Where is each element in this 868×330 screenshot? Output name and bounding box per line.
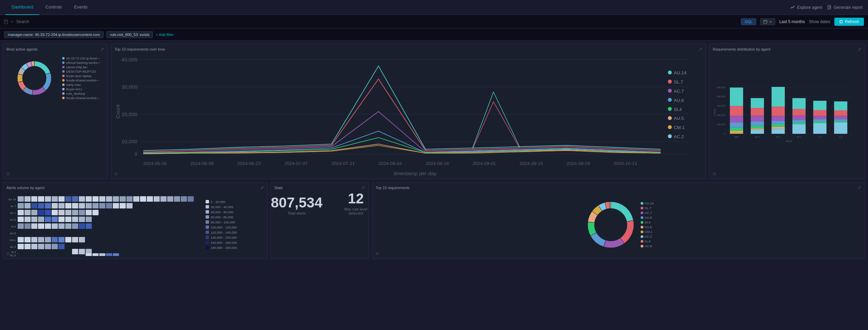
tab-dashboard[interactable]: Dashboard [5,0,39,15]
expand-icon-top10-time[interactable]: ⤢ [699,47,702,52]
svg-rect-101 [834,123,847,134]
bar-chart-container: 500,000 400,000 300,000 200,000 100,000 … [709,53,865,178]
requirements-dist-panel: Requirements distribution by agent ⤢ 500… [709,43,865,179]
svg-rect-122 [31,196,37,202]
show-dates-button[interactable]: Show dates [809,19,830,24]
svg-rect-211 [45,244,51,249]
svg-text:1 0: 1 0 [73,256,77,257]
svg-text:2024-07-07: 2024-07-07 [284,161,308,166]
svg-rect-63 [730,88,743,106]
dashboard: Most active agents ⤢ 45-33-72-204.ip.lin… [0,41,868,330]
document-icon [4,19,9,24]
total-alerts-label: Total alerts [271,211,323,215]
bar-chart-svg: 500,000 400,000 300,000 200,000 100,000 … [713,53,862,177]
tab-controls[interactable]: Controls [39,0,68,15]
svg-rect-183 [72,217,78,222]
pie-legend-2: AC.7 [641,211,654,215]
panel-bottom-icon-pie: ⊞ [376,251,379,256]
svg-rect-127 [65,196,71,202]
svg-rect-218 [92,253,99,256]
heatmap-legend-3: 60,000 - 80,000 [206,215,237,219]
svg-rect-157 [92,203,99,208]
svg-rect-137 [133,196,139,202]
svg-rect-203 [58,237,65,242]
max-rule-level-number: 12 [343,191,369,206]
svg-text:AC.2: AC.2 [674,134,684,139]
svg-point-39 [668,89,672,93]
expand-icon-agents[interactable]: ⤢ [101,47,104,52]
add-filter-button[interactable]: + Add filter [156,33,173,37]
svg-rect-178 [38,217,44,222]
top10-requirements-panel: Top 10 requirements ⤢ AU.14 SL.7 AC.7 AU… [372,182,865,259]
svg-text:AU.8: AU.8 [10,218,16,221]
expand-icon-top10-pie[interactable]: ⤢ [858,185,862,190]
svg-text:SI.4: SI.4 [674,107,682,112]
pie-container: AU.14 SL.7 AC.7 AU.6 SI.4 AU.5 CM.1 AC.2… [372,191,865,258]
search-input[interactable] [16,19,738,24]
svg-text:2024-09-01: 2024-09-01 [472,161,496,166]
svg-point-11 [22,66,46,90]
svg-text:2024-06-23: 2024-06-23 [237,161,261,166]
svg-text:000: 000 [734,136,739,138]
pie-legend-7: AC.2 [641,235,654,238]
svg-rect-146 [18,203,24,208]
calendar-button[interactable] [760,18,775,25]
svg-rect-142 [167,196,173,202]
chart-icon [791,5,795,10]
dql-button[interactable]: DQL [741,18,756,25]
heatmap-legend-0: 0 - 20,000 [206,200,237,204]
search-bar: DQL Last 5 months Show dates Refresh [0,15,868,29]
svg-text:10,000: 10,000 [121,139,137,144]
explore-agent-button[interactable]: Explore agent [791,5,822,10]
panel-header-stats: Stats ⤢ [271,182,369,191]
svg-rect-156 [86,203,92,208]
svg-text:1 9: 1 9 [66,256,70,257]
svg-rect-78 [771,107,785,116]
svg-rect-90 [813,101,827,110]
expand-icon-req-dist[interactable]: ⤢ [858,47,862,52]
svg-text:CM.1: CM.1 [10,239,16,242]
nav-right: Explore agent Generate report [791,5,863,10]
svg-text:20,000: 20,000 [121,111,137,117]
svg-rect-85 [793,109,806,115]
svg-rect-198 [24,237,31,242]
legend-item-7: Bryan-W11 [62,87,101,91]
svg-rect-163 [18,210,24,215]
svg-text:AC.2: AC.2 [10,245,16,249]
svg-rect-149 [38,203,44,208]
legend-item-3: DESKTOP-85JFT2O [62,70,101,73]
svg-rect-219 [99,253,105,256]
legend-item-0: 45-33-72-204.ip.linod— [62,56,101,60]
svg-rect-205 [72,237,78,242]
stats-panel: Stats ⤢ 807,534 Total alerts 12 Max rule… [271,182,369,259]
svg-text:1: 1 [53,257,56,257]
svg-rect-160 [113,203,119,208]
svg-text:00: 00 [18,257,22,257]
svg-rect-133 [106,196,112,202]
svg-text:200,000: 200,000 [717,114,725,116]
alerts-heatmap-svg: AU.14 SL.7 AC.7 AU.8 SI.4 AU.5 CM.1 AC.2… [6,193,203,257]
alerts-volume-title: Alerts volume by agent [6,186,45,190]
svg-rect-209 [31,244,37,249]
top-nav: Dashboard Controls Events Explore agent … [0,0,868,15]
filter-chip-0[interactable]: manager.name: 45-33-72-204.ip.linodeuser… [4,31,104,38]
svg-rect-75 [751,129,764,130]
svg-rect-125 [52,196,58,202]
svg-rect-94 [813,122,827,123]
pie-legend-0: AU.14 [641,201,654,205]
svg-point-41 [668,98,672,102]
expand-icon-stats[interactable]: ⤢ [362,185,365,190]
svg-rect-91 [813,110,827,116]
svg-rect-145 [188,196,194,202]
pie-legend-3: AU.6 [641,216,654,219]
legend-item-6: santy-mac [62,83,101,87]
generate-report-button[interactable]: Generate report [828,5,863,10]
refresh-button[interactable]: Refresh [834,18,864,26]
svg-rect-193 [65,223,71,229]
panel-header-alerts: Alerts volume by agent ⤢ [3,182,267,191]
filter-chip-1[interactable]: rule.nist_800_53: exists [106,31,153,38]
stats-row: 807,534 Total alerts 12 Max rule level d… [271,191,369,215]
tab-events[interactable]: Events [68,0,94,15]
svg-rect-197 [18,237,24,242]
expand-icon-alerts[interactable]: ⤢ [260,185,264,190]
